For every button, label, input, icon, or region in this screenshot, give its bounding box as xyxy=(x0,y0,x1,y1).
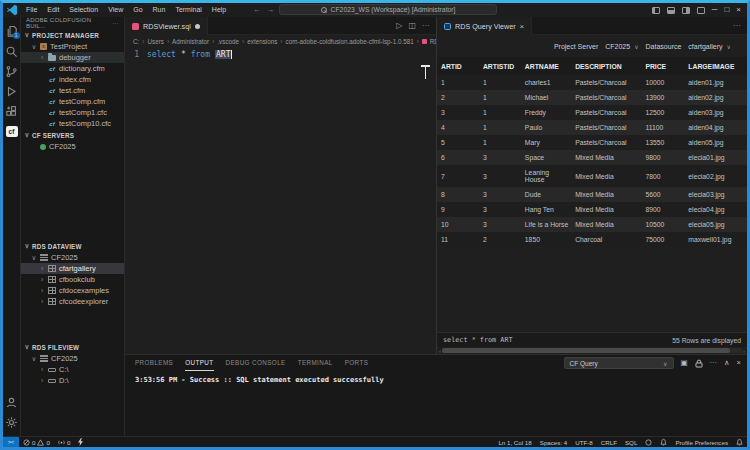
section-header-rds-dataview[interactable]: ∨RDS DATAVIEW xyxy=(21,240,124,252)
scroll-right-icon[interactable]: › xyxy=(743,348,745,354)
code-editor[interactable]: 1 select * from ART xyxy=(125,47,436,354)
table-row[interactable]: 11charles1Pastels/Charcoal10000aiden01.j… xyxy=(437,75,747,90)
tab-rds-query-viewer[interactable]: RDS Query Viewer × xyxy=(437,17,532,35)
cf-status[interactable] xyxy=(74,437,87,447)
tree-item-dictionary-cfm[interactable]: cfdictionary.cfm xyxy=(21,63,124,74)
tree-item-cf2025[interactable]: ∨CF2025 xyxy=(21,252,124,263)
panel-tab-terminal[interactable]: TERMINAL xyxy=(298,355,333,371)
table-row[interactable]: 1121850Charcoal75000maxwell01.jpg1 xyxy=(437,232,747,247)
activity-search-icon[interactable] xyxy=(3,41,21,61)
lock-scroll-icon[interactable] xyxy=(695,359,703,368)
tree-item-cfdocexamples[interactable]: ›cfdocexamples xyxy=(21,285,124,296)
section-header-rds-fileview[interactable]: ∨RDS FILEVIEW xyxy=(21,341,124,353)
run-file-icon[interactable]: ▷ xyxy=(396,21,402,30)
panel-tab-output[interactable]: OUTPUT xyxy=(185,355,213,371)
command-center[interactable]: CF2023_WS (Workspace) [Administrator] xyxy=(279,4,497,15)
status-alert-icon[interactable] xyxy=(656,438,671,446)
breadcrumb-item[interactable]: RD xyxy=(430,38,436,45)
toggle-secondary-sidebar-icon[interactable] xyxy=(682,7,690,14)
table-row[interactable]: 51MaryPastels/Charcoal13550aiden05.jpg1 xyxy=(437,135,747,150)
status-spaces-4[interactable]: Spaces: 4 xyxy=(536,439,572,446)
problems-status[interactable]: 0 0 xyxy=(19,437,54,447)
activity-extensions-icon[interactable] xyxy=(3,101,21,121)
activity-source-control-icon[interactable] xyxy=(3,61,21,81)
scrollbar-thumb[interactable] xyxy=(442,348,730,353)
breadcrumb-item[interactable]: Administrator xyxy=(172,38,209,45)
table-row[interactable]: 21MichaelPastels/Charcoal13900aiden02.jp… xyxy=(437,90,747,105)
menu-help[interactable]: Help xyxy=(208,3,230,17)
menu-selection[interactable]: Selection xyxy=(65,3,102,17)
tree-item-d-[interactable]: ›D:\ xyxy=(21,375,124,386)
table-row[interactable]: 31FreddyPastels/Charcoal12500aiden03.jpg… xyxy=(437,105,747,120)
column-header-media[interactable]: MEDIA xyxy=(743,57,747,75)
forward-icon[interactable]: → xyxy=(266,5,274,14)
tree-item-testcomp1-cfc[interactable]: cftestComp1.cfc xyxy=(21,107,124,118)
datasource-select[interactable]: cfartgallery ∨ xyxy=(688,43,731,50)
column-header-artid[interactable]: ARTID xyxy=(437,57,479,75)
tree-item-testproject[interactable]: ∨xTestProject xyxy=(21,41,124,52)
activity-run-debug-icon[interactable] xyxy=(3,81,21,101)
status-check-icon[interactable] xyxy=(641,439,656,446)
section-header-cf-servers[interactable]: ∨CF SERVERS xyxy=(21,129,124,141)
tree-item-cfbookclub[interactable]: ›cfbookclub xyxy=(21,274,124,285)
toggle-sidebar-icon[interactable] xyxy=(652,7,660,14)
table-row[interactable]: 103Life is a HorseMixed Media10500elecia… xyxy=(437,217,747,232)
breadcrumb-item[interactable]: com-adobe-coldfusion.adobe-cfml-lsp-1.0.… xyxy=(286,38,414,45)
scroll-left-icon[interactable]: ‹ xyxy=(439,348,441,354)
table-row[interactable]: 63SpaceMixed Media9800elecia01.jpg2 xyxy=(437,150,747,165)
column-header-largeimage[interactable]: LARGEIMAGE xyxy=(684,57,743,75)
column-header-artname[interactable]: ARTNAME xyxy=(521,57,571,75)
tree-item-test-cfm[interactable]: cftest.cfm xyxy=(21,85,124,96)
breadcrumb-item[interactable]: .vscode xyxy=(217,38,239,45)
panel-tab-debug-console[interactable]: DEBUG CONSOLE xyxy=(226,355,286,371)
tree-item-cfartgallery[interactable]: ›cfartgallery xyxy=(21,263,124,274)
tree-item-debugger[interactable]: ›debugger xyxy=(21,52,124,63)
close-panel-icon[interactable]: × xyxy=(737,357,741,369)
panel-tab-problems[interactable]: PROBLEMS xyxy=(135,355,173,371)
maximize-panel-icon[interactable]: ∧ xyxy=(724,357,730,369)
breadcrumb-item[interactable]: Users xyxy=(147,38,163,45)
table-row[interactable]: 73Leaning HouseMixed Media7800elecia02.j… xyxy=(437,165,747,187)
activity-explorer-icon[interactable]: 1 xyxy=(3,21,21,41)
output-channel-select[interactable]: CF Query ∨ xyxy=(564,357,674,369)
tree-item-c-[interactable]: ›C:\ xyxy=(21,364,124,375)
panel-tab-ports[interactable]: PORTS xyxy=(345,355,369,371)
modified-dot-icon[interactable] xyxy=(195,24,200,29)
tree-item-index-cfm[interactable]: cfindex.cfm xyxy=(21,74,124,85)
tree-item-testcomp10-cfc[interactable]: cftestComp10.cfc xyxy=(21,118,124,129)
menu-file[interactable]: File xyxy=(22,3,41,17)
result-grid[interactable]: ARTIDARTISTIDARTNAMEDESCRIPTIONPRICELARG… xyxy=(437,57,747,332)
back-icon[interactable]: ← xyxy=(253,5,261,14)
horizontal-scrollbar[interactable]: ‹ › xyxy=(437,347,747,354)
menu-edit[interactable]: Edit xyxy=(43,3,63,17)
breadcrumb-item[interactable]: extensions xyxy=(247,38,277,45)
open-in-editor-icon[interactable]: ▣ xyxy=(681,357,688,369)
ports-status[interactable]: 0 xyxy=(54,437,74,447)
close-button[interactable]: × xyxy=(736,3,741,17)
table-row[interactable]: 83DudeMixed Media5600elecia03.jpg2 xyxy=(437,187,747,202)
remote-indicator[interactable]: >< xyxy=(3,437,19,447)
toggle-panel-icon[interactable] xyxy=(667,7,675,14)
menu-go[interactable]: Go xyxy=(129,3,146,17)
status-sql[interactable]: SQL xyxy=(621,439,641,446)
activity-coldfusion-icon[interactable]: cf xyxy=(3,121,21,141)
more-actions-icon[interactable]: ··· xyxy=(733,21,741,30)
tree-item-cf2025[interactable]: CF2025 xyxy=(21,141,124,152)
tree-item-testcomp-cfm[interactable]: cftestComp.cfm xyxy=(21,96,124,107)
minimize-button[interactable]: ─ xyxy=(712,3,718,17)
status-crlf[interactable]: CRLF xyxy=(597,439,621,446)
section-header-project-manager[interactable]: ∨PROJECT MANAGER xyxy=(21,29,124,41)
code-line-1[interactable]: 1 select * from ART xyxy=(125,50,436,59)
more-actions-icon[interactable]: ··· xyxy=(422,21,430,30)
activity-account-icon[interactable] xyxy=(3,392,21,412)
status-profile-preferences[interactable]: Profile Preferences xyxy=(671,439,732,446)
close-tab-icon[interactable]: × xyxy=(520,22,525,31)
table-row[interactable]: 41PauloPastels/Charcoal11100aiden04.jpg1 xyxy=(437,120,747,135)
scrollbar-track[interactable] xyxy=(442,348,742,353)
tree-item-cfcodeexplorer[interactable]: ›cfcodeexplorer xyxy=(21,296,124,307)
menu-view[interactable]: View xyxy=(104,3,127,17)
breadcrumb-item[interactable]: C: xyxy=(133,38,139,45)
status-ln-1-col-18[interactable]: Ln 1, Col 18 xyxy=(494,439,535,446)
table-row[interactable]: 93Hang TenMixed Media8900elecia04.jpg2 xyxy=(437,202,747,217)
more-actions-icon[interactable]: ··· xyxy=(710,357,718,369)
